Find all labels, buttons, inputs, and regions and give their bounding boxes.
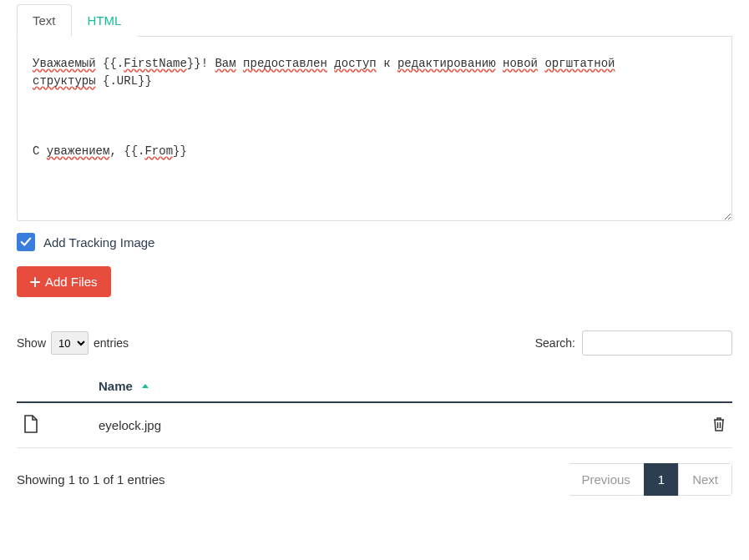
template-text-editor[interactable]: Уважаемый {{.FirstName}}! Вам предоставл… — [18, 37, 731, 220]
plus-icon — [30, 277, 40, 287]
tab-text[interactable]: Text — [17, 4, 72, 37]
delete-file-button[interactable] — [691, 402, 732, 448]
table-info: Showing 1 to 1 of 1 entries — [17, 472, 165, 487]
tracking-checkbox[interactable] — [17, 233, 35, 251]
datatable-controls: Show 10 entries Search: — [17, 330, 732, 356]
page-next[interactable]: Next — [678, 463, 732, 496]
tracking-row: Add Tracking Image — [17, 233, 732, 251]
editor-tabs: Text HTML — [17, 4, 732, 37]
length-suffix: entries — [94, 336, 129, 350]
pagination: Previous 1 Next — [568, 463, 732, 496]
search-control: Search: — [535, 330, 732, 356]
search-label: Search: — [535, 336, 575, 350]
file-icon — [23, 421, 38, 436]
col-icon — [17, 371, 92, 402]
tracking-label: Add Tracking Image — [43, 235, 154, 250]
sort-asc-icon — [141, 379, 149, 393]
editor-container: Уважаемый {{.FirstName}}! Вам предоставл… — [17, 37, 732, 221]
col-actions — [691, 371, 732, 402]
file-name-cell: eyelock.jpg — [92, 402, 691, 448]
tab-html[interactable]: HTML — [72, 4, 138, 37]
datatable-footer: Showing 1 to 1 of 1 entries Previous 1 N… — [17, 463, 732, 496]
add-files-button[interactable]: Add Files — [17, 266, 111, 297]
table-row: eyelock.jpg — [17, 402, 732, 448]
add-files-label: Add Files — [45, 275, 98, 289]
length-prefix: Show — [17, 336, 46, 350]
col-name-label: Name — [99, 379, 133, 393]
length-control: Show 10 entries — [17, 331, 129, 355]
length-select[interactable]: 10 — [51, 331, 89, 355]
trash-icon — [712, 416, 726, 431]
page-previous[interactable]: Previous — [568, 463, 644, 496]
search-input[interactable] — [582, 330, 732, 356]
col-name-header[interactable]: Name — [92, 371, 691, 402]
check-icon — [20, 236, 32, 248]
files-table: Name eyelock.jpg — [17, 371, 732, 448]
page-current[interactable]: 1 — [644, 463, 679, 496]
